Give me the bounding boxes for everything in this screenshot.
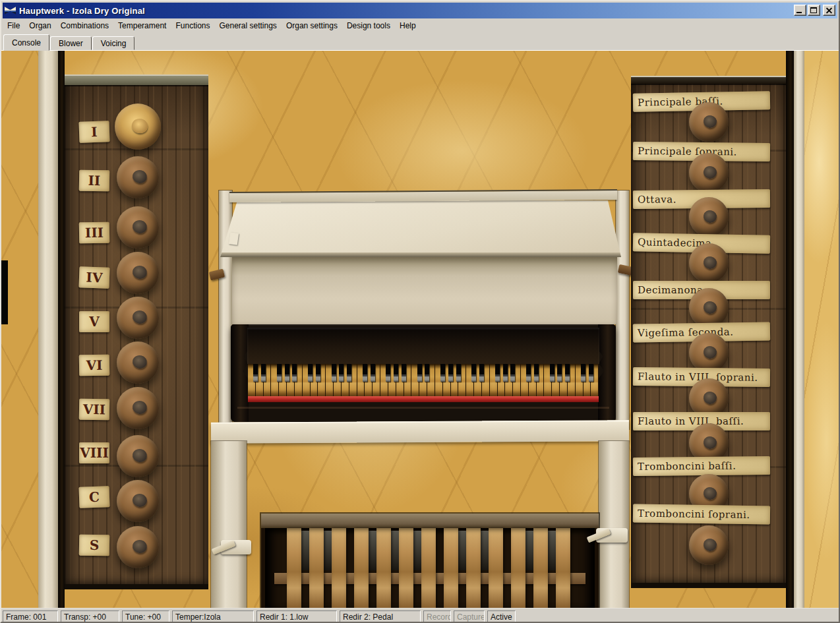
keyboard-sharp-key[interactable] xyxy=(589,364,593,382)
keyboard-sharp-key[interactable] xyxy=(565,364,570,382)
stop-knob-principale-oprani[interactable] xyxy=(689,153,729,193)
keyboard-sharp-key[interactable] xyxy=(386,364,390,382)
keyboard-sharp-key[interactable] xyxy=(253,364,258,382)
pedal-sharp-key[interactable] xyxy=(323,531,332,570)
keyboard-sharp-key[interactable] xyxy=(347,364,351,382)
pedal-key[interactable] xyxy=(332,528,346,608)
pedal-sharp-key[interactable] xyxy=(368,531,377,570)
pedal-key[interactable] xyxy=(511,528,525,608)
turn-latch-left[interactable] xyxy=(221,540,251,554)
keyboard-sharp-key[interactable] xyxy=(471,364,476,382)
title-bar[interactable]: Hauptwerk - Izola Dry Original xyxy=(1,1,839,18)
pedal-sharp-key[interactable] xyxy=(413,531,422,570)
menu-organ[interactable]: Organ xyxy=(24,19,55,32)
menu-temperament[interactable]: Temperament xyxy=(113,19,171,32)
stop-label-iii: III xyxy=(79,222,110,244)
keyboard-sharp-key[interactable] xyxy=(363,364,367,382)
menu-general-settings[interactable]: General settings xyxy=(214,19,281,32)
pedal-sharp-key[interactable] xyxy=(390,531,400,570)
status-frame-001: Frame: 001 xyxy=(3,610,58,623)
tab-voicing[interactable]: Voicing xyxy=(92,36,135,50)
pedal-key[interactable] xyxy=(354,528,369,608)
keyboard-sharp-key[interactable] xyxy=(371,364,375,382)
stop-knob-principale-ba-i[interactable] xyxy=(689,102,729,142)
keyboard-sharp-key[interactable] xyxy=(456,364,461,382)
keyboard-sharp-key[interactable] xyxy=(316,364,320,382)
keyboard-sharp-key[interactable] xyxy=(479,364,484,382)
pedal-key[interactable] xyxy=(444,528,458,608)
keyboard-sharp-key[interactable] xyxy=(448,364,453,382)
status-capture[interactable]: Capture xyxy=(454,610,485,623)
console-post-left xyxy=(211,441,247,608)
keyboard-sharp-key[interactable] xyxy=(534,364,539,382)
pedal-sharp-key[interactable] xyxy=(547,531,556,570)
stop-knob-v[interactable] xyxy=(117,297,159,339)
keyboard-sharp-key[interactable] xyxy=(510,364,515,382)
stop-knob-s[interactable] xyxy=(117,526,159,568)
pedal-sharp-key[interactable] xyxy=(458,531,467,570)
status-redir-2-pedal: Redir 2: Pedal xyxy=(340,610,421,623)
status-active[interactable]: Active xyxy=(487,610,516,623)
stop-knob-vii[interactable] xyxy=(117,387,159,429)
menu-combinations[interactable]: Combinations xyxy=(56,19,113,32)
keyboard-sharp-key[interactable] xyxy=(261,364,266,382)
stop-knob-iv[interactable] xyxy=(117,252,159,294)
pedal-key[interactable] xyxy=(376,528,391,608)
keyboard-sharp-key[interactable] xyxy=(503,364,508,382)
stop-knob-vige-ima-econda[interactable] xyxy=(689,333,729,372)
pedal-key[interactable] xyxy=(287,528,301,608)
stop-label-tromboncini-ba-i: Tromboncini baſſi. xyxy=(633,456,770,476)
keyboard-sharp-key[interactable] xyxy=(557,364,562,382)
pedal-key[interactable] xyxy=(533,528,548,608)
keyboard-sharp-key[interactable] xyxy=(581,364,585,382)
minimize-button[interactable] xyxy=(794,5,806,16)
stop-knob-vi[interactable] xyxy=(117,341,159,384)
status-record[interactable]: Record xyxy=(423,610,451,623)
menu-design-tools[interactable]: Design tools xyxy=(342,19,395,32)
tab-blower[interactable]: Blower xyxy=(50,36,92,50)
keyboard-sharp-key[interactable] xyxy=(394,364,398,382)
pedal-sharp-key[interactable] xyxy=(480,531,489,570)
maximize-icon xyxy=(810,7,817,13)
stop-knob-i[interactable] xyxy=(115,104,161,150)
keyboard-sharp-key[interactable] xyxy=(417,364,422,382)
keyboard-sharp-key[interactable] xyxy=(285,364,289,382)
stop-knob-quintadecima[interactable] xyxy=(689,243,729,283)
keyboard-sharp-key[interactable] xyxy=(425,364,429,382)
maximize-button[interactable] xyxy=(808,5,820,16)
menu-functions[interactable]: Functions xyxy=(171,19,214,32)
keyboard-sharp-key[interactable] xyxy=(550,364,555,382)
menu-organ-settings[interactable]: Organ settings xyxy=(282,19,342,32)
keyboard-sharp-key[interactable] xyxy=(308,364,313,382)
turn-latch-right[interactable] xyxy=(596,528,628,543)
stop-knob-ottava[interactable] xyxy=(689,197,729,237)
stop-knob-tromboncini-oprani[interactable] xyxy=(689,525,729,565)
stop-knob-viii[interactable] xyxy=(117,435,159,477)
pedal-key[interactable] xyxy=(399,528,413,608)
keyboard-sharp-key[interactable] xyxy=(526,364,531,382)
pedal-key[interactable] xyxy=(556,528,570,608)
keyboard-sharp-key[interactable] xyxy=(339,364,344,382)
keyboard-sharp-key[interactable] xyxy=(277,364,282,382)
keyboard-sharp-key[interactable] xyxy=(495,364,500,382)
keyboard-sharp-key[interactable] xyxy=(402,364,406,382)
pedal-key[interactable] xyxy=(466,528,481,608)
stop-knob-iii[interactable] xyxy=(117,206,159,249)
stop-knob-c[interactable] xyxy=(117,480,159,522)
keyboard-sharp-key[interactable] xyxy=(440,364,445,382)
pedal-sharp-key[interactable] xyxy=(301,531,310,570)
keyboard-sharp-key[interactable] xyxy=(292,364,297,382)
pedal-sharp-key[interactable] xyxy=(525,531,534,570)
keyboard-sharp-key[interactable] xyxy=(332,364,336,382)
menu-file[interactable]: File xyxy=(3,19,24,32)
pedal-key[interactable] xyxy=(309,528,324,608)
pedal-key[interactable] xyxy=(489,528,503,608)
stop-knob-ii[interactable] xyxy=(117,156,159,198)
pedal-lintel xyxy=(261,514,599,528)
tab-console[interactable]: Console xyxy=(3,34,49,51)
pedal-key[interactable] xyxy=(421,528,436,608)
menu-help[interactable]: Help xyxy=(395,19,421,32)
right-seam xyxy=(786,51,794,608)
close-button[interactable] xyxy=(823,5,835,16)
stop-knob-decimanona[interactable] xyxy=(689,288,729,328)
